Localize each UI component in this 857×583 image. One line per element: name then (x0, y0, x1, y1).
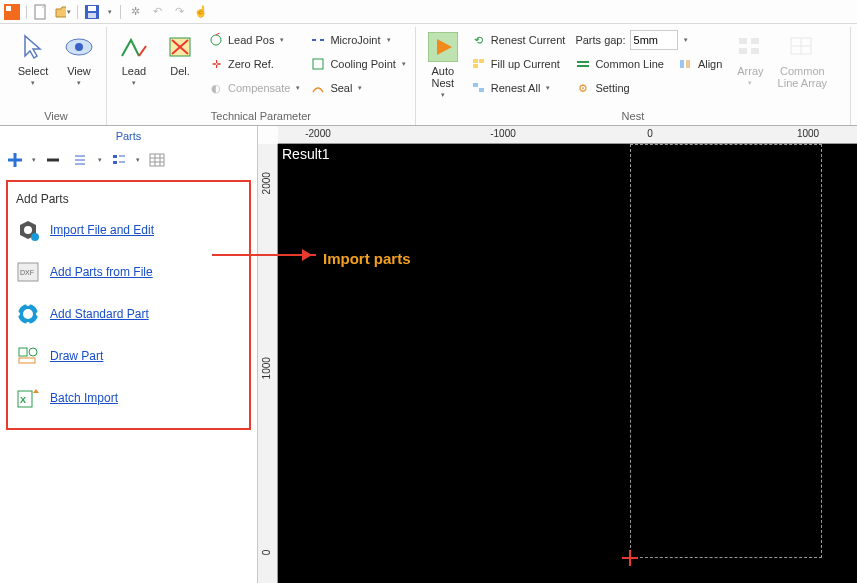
coolingpoint-icon (310, 56, 326, 72)
zeroref-icon: ✛ (208, 56, 224, 72)
add-from-file-link[interactable]: Add Parts from File (50, 265, 153, 279)
svg-rect-29 (751, 48, 759, 54)
excel-import-icon: X (16, 386, 40, 410)
ribbon-group-technical: Lead ▾ Del. Lead Pos▾ ✛Zero Ref. ◐Compen… (107, 27, 416, 125)
annotation-label: Import parts (323, 250, 411, 267)
svg-rect-43 (150, 154, 164, 166)
result-label: Result1 (282, 146, 329, 162)
svg-rect-19 (473, 64, 478, 68)
svg-rect-27 (751, 38, 759, 44)
group-label-nest: Nest (422, 108, 844, 125)
partsgap-row: Parts gap: ▾ (572, 29, 725, 51)
svg-point-11 (211, 35, 221, 45)
v-tick: 0 (261, 550, 272, 556)
renest-icon: ⟲ (471, 32, 487, 48)
grid-view-icon[interactable] (146, 149, 168, 171)
hand-cursor-icon[interactable]: ☝ (193, 4, 209, 20)
microjoint-button[interactable]: MicroJoint▾ (307, 29, 408, 51)
svg-rect-39 (113, 155, 117, 158)
open-file-icon[interactable] (55, 4, 71, 20)
view-button[interactable]: View ▾ (58, 29, 100, 89)
renestcurrent-button[interactable]: ⟲Renest Current (468, 29, 569, 51)
setting-label: Setting (595, 82, 629, 94)
list-group-icon[interactable] (108, 149, 130, 171)
origin-crosshair (622, 550, 638, 566)
svg-point-56 (36, 312, 40, 316)
leadpos-icon (208, 32, 224, 48)
batch-import-link[interactable]: Batch Import (50, 391, 118, 405)
import-file-edit-item[interactable]: Import File and Edit (16, 218, 241, 242)
h-tick: -1000 (490, 128, 516, 139)
save-dropdown-icon[interactable]: ▾ (106, 4, 114, 20)
new-file-icon[interactable] (33, 4, 49, 20)
batch-import-item[interactable]: X Batch Import (16, 386, 241, 410)
v-tick: 1000 (261, 357, 272, 379)
side-panel: Parts ▾ ▾ ▾ Add Parts Import File and Ed… (0, 126, 258, 583)
add-standard-item[interactable]: Add Standard Part (16, 302, 241, 326)
zeroref-button[interactable]: ✛Zero Ref. (205, 53, 303, 75)
view-label: View (67, 65, 91, 77)
remove-icon[interactable] (42, 149, 64, 171)
eye-icon (63, 31, 95, 63)
save-icon[interactable] (84, 4, 100, 20)
redo-icon[interactable]: ↷ (171, 4, 187, 20)
h-tick: 1000 (797, 128, 819, 139)
dropdown-icon[interactable]: ▾ (684, 36, 688, 44)
fillupcurrent-label: Fill up Current (491, 58, 560, 70)
list-sort-icon[interactable] (70, 149, 92, 171)
drawing-canvas[interactable]: Result1 Import parts (278, 144, 857, 583)
add-parts-heading: Add Parts (16, 192, 241, 206)
svg-rect-1 (6, 6, 11, 11)
settings-gear-icon[interactable]: ✲ (127, 4, 143, 20)
gear-nut-icon (16, 218, 40, 242)
autonest-button[interactable]: Auto Nest ▾ (422, 29, 464, 101)
compensate-button: ◐Compensate▾ (205, 77, 303, 99)
del-button[interactable]: Del. (159, 29, 201, 79)
leadpos-button[interactable]: Lead Pos▾ (205, 29, 303, 51)
array-button: Array ▾ (729, 29, 771, 89)
draw-part-link[interactable]: Draw Part (50, 349, 103, 363)
add-icon[interactable] (4, 149, 26, 171)
renestall-label: Renest All (491, 82, 541, 94)
horizontal-ruler: -2000 -1000 0 1000 (278, 126, 857, 144)
del-icon (164, 31, 196, 63)
svg-rect-24 (680, 60, 684, 68)
svg-text:X: X (20, 395, 26, 405)
select-button[interactable]: Select ▾ (12, 29, 54, 89)
annotation-arrow (212, 254, 316, 256)
svg-line-12 (216, 33, 221, 35)
coolingpoint-label: Cooling Point (330, 58, 395, 70)
ribbon-group-view: Select ▾ View ▾ View (6, 27, 107, 125)
renestall-button[interactable]: Renest All▾ (468, 77, 569, 99)
align-label: Align (698, 58, 722, 70)
partsgap-input[interactable] (630, 30, 678, 50)
setting-button[interactable]: ⚙Setting (572, 77, 725, 99)
add-parts-box: Add Parts Import File and Edit DXF Add P… (6, 180, 251, 430)
commonline-button[interactable]: Common Line (572, 53, 666, 75)
svg-rect-15 (313, 59, 323, 69)
renestall-icon (471, 80, 487, 96)
dropdown-icon: ▾ (77, 79, 81, 87)
dropdown-icon: ▾ (31, 79, 35, 87)
vertical-ruler: 2000 1000 0 (258, 144, 278, 583)
import-file-edit-link[interactable]: Import File and Edit (50, 223, 154, 237)
group-label-view: View (12, 108, 100, 125)
add-standard-link[interactable]: Add Standard Part (50, 307, 149, 321)
seal-icon (310, 80, 326, 96)
undo-icon[interactable]: ↶ (149, 4, 165, 20)
array-label: Array (737, 65, 763, 77)
seal-button[interactable]: Seal▾ (307, 77, 408, 99)
fillupcurrent-button[interactable]: Fill up Current (468, 53, 569, 75)
svg-rect-28 (739, 48, 747, 54)
coolingpoint-button[interactable]: Cooling Point▾ (307, 53, 408, 75)
canvas-area: -2000 -1000 0 1000 2000 1000 0 Result1 I… (258, 126, 857, 583)
add-from-file-item[interactable]: DXF Add Parts from File (16, 260, 241, 284)
svg-point-60 (29, 348, 37, 356)
svg-point-55 (26, 302, 30, 306)
separator (26, 5, 27, 19)
commonlinearray-icon (786, 31, 818, 63)
align-button[interactable]: Align (675, 53, 725, 75)
cursor-icon (17, 31, 49, 63)
draw-part-item[interactable]: Draw Part (16, 344, 241, 368)
lead-button[interactable]: Lead ▾ (113, 29, 155, 89)
